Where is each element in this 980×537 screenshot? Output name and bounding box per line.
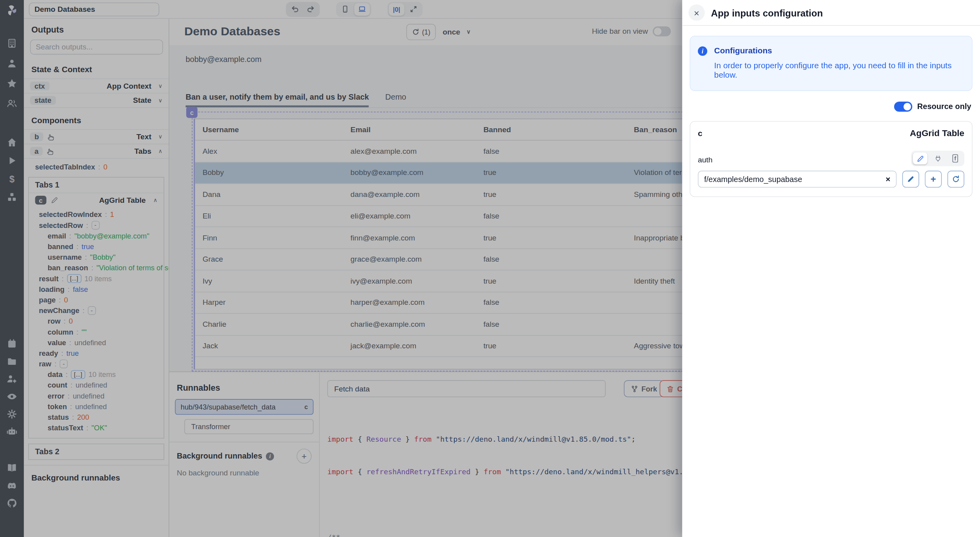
play-icon[interactable]: [5, 154, 18, 167]
text-component[interactable]: bobby@example.com: [185, 55, 261, 64]
runnable-name-input[interactable]: [327, 380, 606, 397]
output-tree-row[interactable]: status:200: [33, 411, 162, 422]
book-icon[interactable]: [5, 462, 18, 474]
collapse-arrow-icon[interactable]: →: [5, 533, 18, 537]
tree-expand-chip[interactable]: -: [60, 359, 68, 368]
user-icon[interactable]: [5, 57, 18, 70]
output-tree-row[interactable]: data:[...]10 items: [33, 369, 162, 380]
runnable-item[interactable]: hub/943/supabase/fetch_data c: [175, 399, 313, 415]
app-title-input[interactable]: [29, 2, 160, 16]
undo-button[interactable]: [287, 3, 303, 15]
output-tree-row[interactable]: column:"": [33, 326, 162, 337]
dollar-icon[interactable]: $: [5, 173, 18, 185]
hide-bar-toggle[interactable]: [653, 26, 671, 36]
calendar-icon[interactable]: [5, 338, 18, 350]
boxes-icon[interactable]: [5, 191, 18, 203]
eye-icon[interactable]: [5, 390, 18, 403]
undo-redo-group: [286, 2, 319, 16]
context-row[interactable]: state State ∨: [24, 93, 169, 107]
close-icon[interactable]: ×: [688, 4, 705, 21]
output-tree-row[interactable]: raw:-: [33, 358, 162, 369]
output-tree-row[interactable]: selectedRowIndex:1: [33, 209, 162, 220]
workspace-building-icon[interactable]: [5, 37, 18, 49]
output-tree-row[interactable]: banned:true: [33, 241, 162, 251]
tree-expand-chip[interactable]: [...]: [67, 274, 81, 282]
tree-colon: :: [54, 360, 56, 367]
chevron-icon[interactable]: ∧: [158, 148, 163, 154]
github-icon[interactable]: [5, 497, 18, 510]
zoom-reset-button[interactable]: |0|: [389, 3, 405, 15]
cell-banned: true: [476, 168, 626, 177]
folder-icon[interactable]: [5, 355, 18, 368]
tree-expand-chip[interactable]: -: [91, 220, 100, 229]
tabs1-label[interactable]: Tabs 1: [29, 178, 164, 193]
search-outputs-input[interactable]: [30, 40, 163, 55]
add-background-runnable-button[interactable]: +: [297, 449, 312, 464]
context-row[interactable]: ctx App Context ∨: [24, 78, 169, 93]
canvas-tab[interactable]: Ban a user, notify them by email, and us…: [185, 93, 369, 107]
output-tree-row[interactable]: loading:false: [33, 284, 162, 294]
robot-icon[interactable]: [5, 425, 18, 438]
add-resource-button[interactable]: +: [925, 171, 942, 187]
expand-icon[interactable]: [406, 3, 421, 15]
component-id-badge[interactable]: c: [186, 107, 198, 118]
tree-key: error: [48, 392, 65, 399]
component-row[interactable]: a Tabs ∧: [24, 144, 169, 158]
resource-only-toggle[interactable]: [894, 102, 912, 112]
clear-input-icon[interactable]: ×: [886, 175, 890, 184]
windmill-logo-icon[interactable]: [4, 3, 19, 18]
users-icon[interactable]: [5, 97, 18, 110]
resource-path-input[interactable]: f/examples/demo_supabase ×: [698, 171, 897, 187]
tree-expand-chip[interactable]: -: [88, 306, 96, 315]
column-header[interactable]: Banned: [476, 125, 626, 134]
output-tree-row[interactable]: result:[...]10 items: [33, 273, 162, 284]
output-tree-row[interactable]: selectedTabIndex:0: [29, 161, 169, 172]
output-tree-row[interactable]: token:undefined: [33, 401, 162, 411]
output-tree-row[interactable]: newChange:-: [33, 305, 162, 315]
refresh-count: (1): [422, 28, 430, 36]
chevron-up-icon[interactable]: ∧: [153, 197, 158, 203]
star-icon[interactable]: [5, 77, 18, 90]
home-icon[interactable]: [5, 136, 18, 149]
tabs2-label[interactable]: Tabs 2: [29, 444, 164, 459]
refresh-resource-button[interactable]: [947, 171, 964, 187]
output-tree-row[interactable]: selectedRow:-: [33, 220, 162, 230]
output-tree-row[interactable]: email:"bobby@example.com": [33, 230, 162, 241]
input-mode-segmented-control: f: [911, 151, 964, 166]
component-row[interactable]: b Text ∨: [24, 129, 169, 144]
canvas-tab[interactable]: Demo: [385, 93, 406, 107]
output-tree-row[interactable]: count:undefined: [33, 380, 162, 390]
desktop-view-button[interactable]: [354, 3, 370, 15]
user-gear-icon[interactable]: [5, 373, 18, 385]
grid-component-row[interactable]: c AgGrid Table ∧: [29, 193, 164, 207]
output-tree-row[interactable]: ready:true: [33, 348, 162, 358]
fork-button[interactable]: Fork: [624, 380, 664, 397]
runnable-item[interactable]: Transformer: [184, 419, 313, 434]
output-tree-row[interactable]: value:undefined: [33, 337, 162, 348]
output-tree-row[interactable]: ban_reason:"Violation of terms of servic…: [33, 262, 162, 273]
tree-colon: :: [98, 163, 100, 170]
chevron-icon[interactable]: ∨: [158, 134, 163, 140]
gear-icon[interactable]: [5, 408, 18, 420]
hide-bar-row: Hide bar on view: [592, 26, 671, 36]
output-tree-row[interactable]: error:undefined: [33, 390, 162, 401]
connect-plug-icon[interactable]: [931, 153, 945, 164]
redo-button[interactable]: [303, 3, 319, 15]
output-tree-row[interactable]: statusText:"OK": [33, 422, 162, 433]
refresh-button[interactable]: (1): [406, 24, 436, 40]
mobile-view-button[interactable]: [338, 3, 353, 15]
eval-function-icon[interactable]: f: [948, 153, 962, 164]
chevron-icon[interactable]: ∨: [158, 83, 163, 89]
chevron-icon[interactable]: ∨: [158, 97, 163, 104]
output-tree-row[interactable]: row:0: [33, 316, 162, 326]
output-tree-row[interactable]: username:"Bobby": [33, 251, 162, 262]
tree-expand-chip[interactable]: [...]: [71, 370, 85, 379]
column-header[interactable]: Email: [343, 125, 476, 134]
edit-resource-button[interactable]: [902, 171, 919, 187]
static-mode-pencil-icon[interactable]: [913, 153, 927, 164]
output-tree-row[interactable]: page:0: [33, 294, 162, 305]
column-header[interactable]: Username: [195, 125, 343, 134]
schedule-select[interactable]: once ∨: [443, 24, 470, 40]
discord-icon[interactable]: [5, 479, 18, 492]
pencil-icon[interactable]: [51, 197, 58, 204]
